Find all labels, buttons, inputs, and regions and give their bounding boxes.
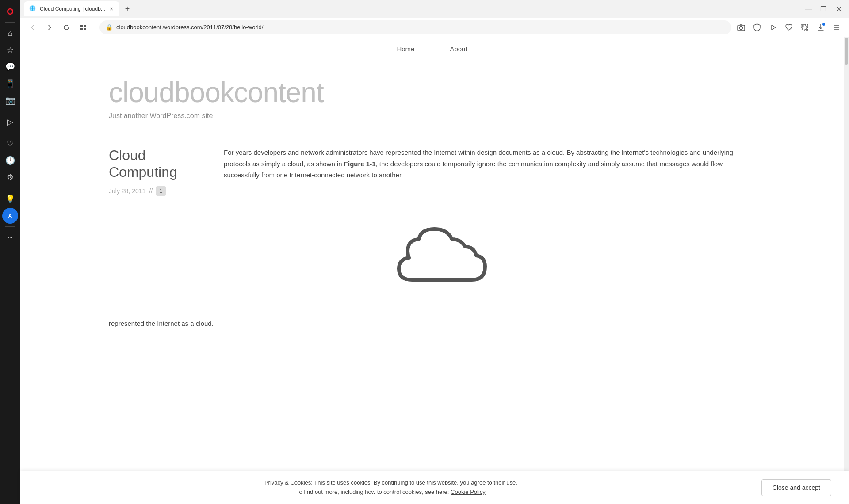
- play-button[interactable]: [766, 20, 780, 34]
- cloud-figure: [20, 214, 844, 320]
- post-figure-ref: Figure 1-1: [344, 160, 376, 168]
- lightbulb-icon[interactable]: 💡: [2, 191, 18, 207]
- sidebar: O ⌂ ☆ 💬 📱 📷 ▷ ♡ 🕐 ⚙ 💡 A ···: [0, 0, 20, 504]
- tab-close-button[interactable]: ×: [109, 4, 114, 13]
- settings-icon[interactable]: ⚙: [2, 169, 18, 185]
- svg-rect-2: [80, 28, 83, 30]
- post-title: Cloud Computing: [109, 147, 206, 181]
- cookie-line2: To find out more, including how to contr…: [296, 489, 449, 495]
- browser-tab[interactable]: 🌐 Cloud Computing | cloudb... ×: [24, 1, 119, 16]
- address-bar[interactable]: 🔒 cloudbookcontent.wordpress.com/2011/07…: [99, 20, 731, 34]
- scrollbar[interactable]: [844, 37, 849, 504]
- home-icon[interactable]: ⌂: [2, 25, 18, 41]
- cloud-illustration: [375, 222, 490, 302]
- close-accept-button[interactable]: Close and accept: [761, 479, 831, 496]
- refresh-button[interactable]: [59, 20, 73, 34]
- sidebar-divider-top: [5, 22, 15, 23]
- toolbar-actions: [734, 20, 844, 34]
- svg-rect-3: [84, 28, 86, 30]
- puzzle-button[interactable]: [798, 20, 812, 34]
- comment-count[interactable]: 1: [156, 186, 166, 196]
- post-date: July 28, 2011 // 1: [109, 186, 206, 196]
- tab-title: Cloud Computing | cloudb...: [40, 6, 105, 12]
- profile-icon[interactable]: A: [2, 208, 18, 224]
- titlebar: 🌐 Cloud Computing | cloudb... × + — ❐ ✕: [20, 0, 849, 18]
- cookie-banner: Privacy & Cookies: This site uses cookie…: [20, 471, 849, 504]
- scrollbar-thumb[interactable]: [845, 38, 848, 65]
- svg-point-5: [740, 26, 743, 29]
- post-bottom: represented the Internet as a cloud.: [20, 320, 844, 332]
- feed-icon[interactable]: ▷: [2, 114, 18, 130]
- sidebar-divider-bot1: [5, 188, 15, 188]
- post-paragraph: For years developers and network adminis…: [224, 147, 755, 181]
- nav-home[interactable]: Home: [397, 45, 414, 53]
- instagram-icon[interactable]: 📷: [2, 92, 18, 108]
- svg-rect-0: [80, 25, 83, 27]
- toolbar-divider-1: [95, 23, 95, 32]
- sidebar-divider-mid2: [5, 133, 15, 133]
- post-date-sep: //: [149, 187, 153, 195]
- more-icon[interactable]: ···: [2, 229, 18, 245]
- content-wrapper: Home About cloudbookcontent Just another…: [20, 37, 849, 504]
- new-tab-button[interactable]: +: [121, 3, 134, 15]
- minimize-button[interactable]: —: [801, 2, 815, 16]
- tab-grid-button[interactable]: [76, 20, 90, 34]
- tab-favicon: 🌐: [29, 5, 36, 12]
- post-meta: Cloud Computing July 28, 2011 // 1: [109, 147, 206, 196]
- sidebar-divider-bot2: [5, 226, 15, 227]
- site-header: cloudbookcontent Just another WordPress.…: [20, 61, 844, 129]
- site-nav: Home About: [20, 37, 844, 61]
- opera-logo[interactable]: O: [2, 4, 18, 19]
- forward-button[interactable]: [42, 20, 57, 34]
- camera-button[interactable]: [734, 20, 748, 34]
- post: Cloud Computing July 28, 2011 // 1 For y…: [20, 129, 844, 214]
- messenger-icon[interactable]: 💬: [2, 59, 18, 75]
- post-date-text: July 28, 2011: [109, 187, 145, 195]
- svg-marker-6: [772, 25, 776, 30]
- browser-toolbar: 🔒 cloudbookcontent.wordpress.com/2011/07…: [20, 18, 849, 37]
- page-content: Home About cloudbookcontent Just another…: [20, 37, 844, 504]
- browser-window: 🌐 Cloud Computing | cloudb... × + — ❐ ✕: [20, 0, 849, 504]
- heart-sidebar-icon[interactable]: ♡: [2, 136, 18, 152]
- heart-button[interactable]: [782, 20, 796, 34]
- menu-button[interactable]: [830, 20, 844, 34]
- address-text: cloudbookcontent.wordpress.com/2011/07/2…: [116, 24, 725, 31]
- site-tagline: Just another WordPress.com site: [109, 112, 755, 120]
- cookie-policy-link[interactable]: Cookie Policy: [451, 489, 486, 495]
- post-content: For years developers and network adminis…: [224, 147, 755, 196]
- nav-about[interactable]: About: [450, 45, 467, 53]
- cookie-line1: Privacy & Cookies: This site uses cookie…: [264, 479, 517, 486]
- download-button[interactable]: [814, 20, 828, 34]
- maximize-button[interactable]: ❐: [816, 2, 830, 16]
- back-button[interactable]: [26, 20, 40, 34]
- star-icon[interactable]: ☆: [2, 42, 18, 58]
- sidebar-divider-mid1: [5, 111, 15, 111]
- window-controls: — ❐ ✕: [801, 2, 845, 16]
- svg-rect-1: [84, 25, 86, 27]
- cookie-spacer: [20, 332, 844, 367]
- post-bottom-text: represented the Internet as a cloud.: [109, 320, 214, 327]
- download-indicator: [822, 23, 825, 26]
- cookie-text: Privacy & Cookies: This site uses cookie…: [38, 478, 744, 497]
- shield-button[interactable]: [750, 20, 764, 34]
- whatsapp-icon[interactable]: 📱: [2, 76, 18, 92]
- site-title: cloudbookcontent: [109, 78, 755, 107]
- lock-icon: 🔒: [106, 24, 113, 31]
- close-button[interactable]: ✕: [831, 2, 845, 16]
- history-icon[interactable]: 🕐: [2, 153, 18, 168]
